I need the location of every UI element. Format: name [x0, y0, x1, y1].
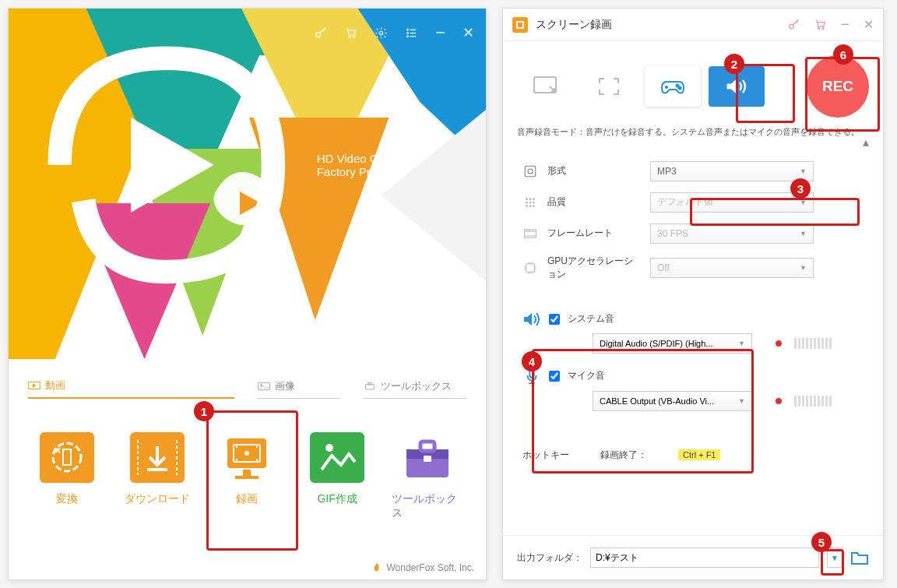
- fps-icon: [522, 226, 538, 241]
- badge-6: 6: [833, 44, 853, 65]
- svg-point-47: [822, 27, 824, 29]
- system-audio-checkbox[interactable]: [549, 314, 560, 325]
- recorder-title-bar: スクリーン録画 − ✕: [503, 9, 883, 41]
- hotkey-value: Ctrl + F1: [678, 449, 720, 460]
- output-path-input[interactable]: [590, 548, 819, 568]
- svg-rect-62: [525, 229, 536, 238]
- card-convert[interactable]: 変換: [28, 418, 107, 532]
- wondferfox-icon: [371, 562, 382, 573]
- badge-5: 5: [811, 532, 832, 552]
- svg-rect-26: [368, 382, 371, 385]
- svg-point-49: [677, 85, 679, 87]
- svg-point-60: [529, 205, 532, 207]
- hotkey-row: ホットキー 録画終了： Ctrl + F1: [503, 441, 883, 470]
- card-gif[interactable]: GIF作成: [298, 418, 377, 532]
- tab-tools[interactable]: ツールボックス: [364, 379, 466, 399]
- fps-select: 30 FPS▼: [650, 224, 814, 244]
- svg-point-13: [354, 36, 355, 37]
- hotkey-label: ホットキー: [522, 449, 569, 462]
- mode-fullscreen-button[interactable]: [581, 66, 637, 107]
- close-icon[interactable]: ✕: [463, 24, 474, 41]
- svg-point-11: [316, 32, 321, 37]
- footer: WonderFox Soft, Inc.: [9, 556, 486, 579]
- mic-audio-label: マイク音: [568, 369, 605, 382]
- svg-rect-39: [310, 432, 364, 483]
- svg-point-24: [260, 384, 262, 386]
- svg-point-50: [679, 87, 681, 90]
- settings-block: 形式 MP3▼ 品質 デフォルト値▼ フレームレート 30 FPS▼ GPUアク…: [503, 150, 883, 304]
- svg-point-58: [533, 201, 535, 203]
- svg-marker-22: [33, 383, 37, 387]
- mode-region-button[interactable]: [517, 66, 573, 107]
- level-meter: [794, 396, 832, 407]
- card-toolbox[interactable]: ツールボックス: [388, 418, 466, 532]
- mic-audio-checkbox[interactable]: [549, 371, 560, 382]
- badge-4: 4: [522, 351, 542, 371]
- mode-game-button[interactable]: [645, 66, 701, 107]
- key-icon[interactable]: [787, 19, 800, 31]
- collapse-arrow-icon[interactable]: ▴: [503, 135, 883, 150]
- svg-rect-27: [40, 432, 94, 483]
- mode-row: REC: [503, 41, 883, 125]
- svg-point-53: [526, 198, 528, 200]
- cart-icon[interactable]: [814, 19, 826, 31]
- svg-point-40: [325, 444, 333, 452]
- tab-video[interactable]: 動画: [28, 379, 234, 399]
- svg-point-12: [349, 36, 350, 37]
- svg-point-46: [818, 27, 820, 29]
- format-select[interactable]: MP3▼: [650, 161, 814, 181]
- recorder-title: スクリーン録画: [536, 18, 612, 32]
- svg-point-15: [407, 29, 408, 30]
- system-audio-select[interactable]: Digital Audio (S/PDIF) (High...▼: [593, 333, 752, 354]
- quality-select: デフォルト値▼: [650, 192, 814, 213]
- tab-image[interactable]: 画像: [258, 379, 340, 399]
- title-bar: HD Video Converter Factory Pro: [24, 23, 434, 308]
- folder-icon[interactable]: [850, 550, 869, 565]
- svg-point-56: [526, 201, 528, 203]
- svg-rect-67: [526, 263, 535, 272]
- svg-point-45: [790, 24, 793, 28]
- output-dropdown-button[interactable]: ▼: [827, 548, 842, 568]
- svg-point-57: [529, 201, 532, 203]
- feature-cards: 変換 ダウンロード 録画 GIF作成 ツールボックス: [9, 399, 486, 551]
- card-download[interactable]: ダウンロード: [118, 418, 197, 532]
- gpu-icon: [522, 260, 538, 276]
- main-window: HD Video Converter Factory Pro − ✕ 動画 画像…: [8, 8, 487, 580]
- svg-point-52: [528, 169, 533, 174]
- minimize-icon[interactable]: −: [840, 16, 850, 33]
- fps-label: フレームレート: [547, 227, 641, 240]
- gpu-select: Off▼: [650, 258, 814, 278]
- badge-1: 1: [194, 401, 214, 421]
- key-icon[interactable]: [314, 26, 327, 40]
- rec-button[interactable]: REC: [807, 55, 869, 118]
- level-indicator-icon: [776, 340, 782, 347]
- hotkey-end-label: 録画終了：: [600, 449, 647, 462]
- level-indicator-icon: [776, 398, 782, 404]
- hero-banner: HD Video Converter Factory Pro − ✕: [9, 9, 486, 359]
- svg-rect-51: [525, 166, 536, 177]
- quality-label: 品質: [547, 195, 641, 209]
- svg-rect-44: [424, 456, 431, 462]
- svg-point-61: [533, 205, 535, 207]
- menu-icon[interactable]: [405, 26, 418, 40]
- svg-point-19: [407, 36, 408, 37]
- svg-rect-38: [235, 476, 259, 479]
- svg-rect-43: [420, 442, 434, 451]
- svg-point-36: [244, 451, 249, 456]
- svg-rect-23: [258, 382, 269, 389]
- svg-point-14: [380, 31, 383, 34]
- svg-point-54: [529, 198, 532, 200]
- badge-2: 2: [724, 54, 744, 74]
- recorder-window: スクリーン録画 − ✕ REC 2 6 音声録音モード：音声だけを録音する。シス…: [502, 8, 884, 580]
- svg-marker-10: [131, 118, 214, 213]
- svg-point-17: [407, 32, 408, 33]
- card-record[interactable]: 録画: [208, 418, 287, 532]
- gear-icon[interactable]: [375, 26, 388, 40]
- app-logo-icon: [24, 23, 309, 308]
- badge-3: 3: [790, 178, 811, 199]
- minimize-icon[interactable]: −: [435, 23, 445, 43]
- svg-rect-37: [243, 470, 251, 476]
- mic-audio-select[interactable]: CABLE Output (VB-Audio Vi...▼: [593, 391, 752, 411]
- close-icon[interactable]: ✕: [864, 17, 874, 32]
- cart-icon[interactable]: [344, 26, 357, 40]
